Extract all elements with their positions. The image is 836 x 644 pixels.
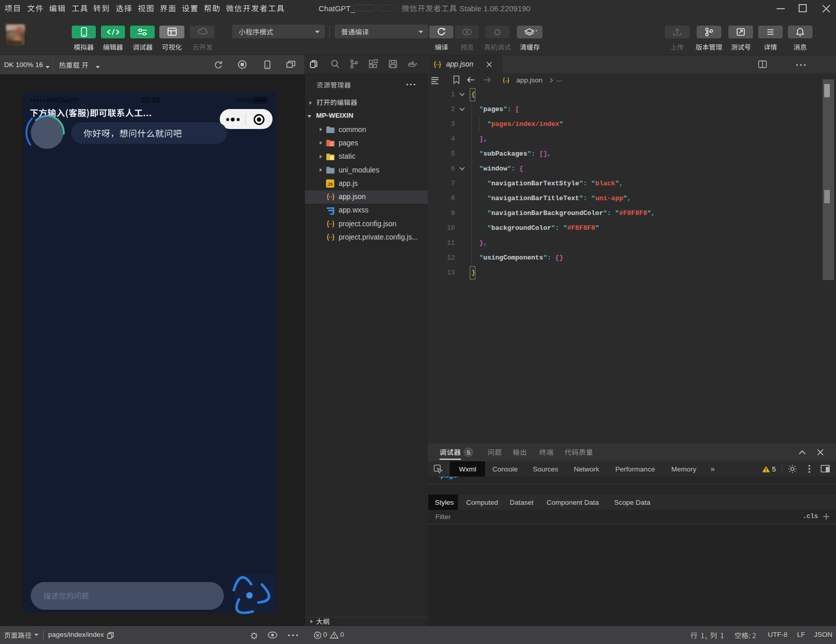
svg-text:JS: JS	[327, 182, 333, 187]
